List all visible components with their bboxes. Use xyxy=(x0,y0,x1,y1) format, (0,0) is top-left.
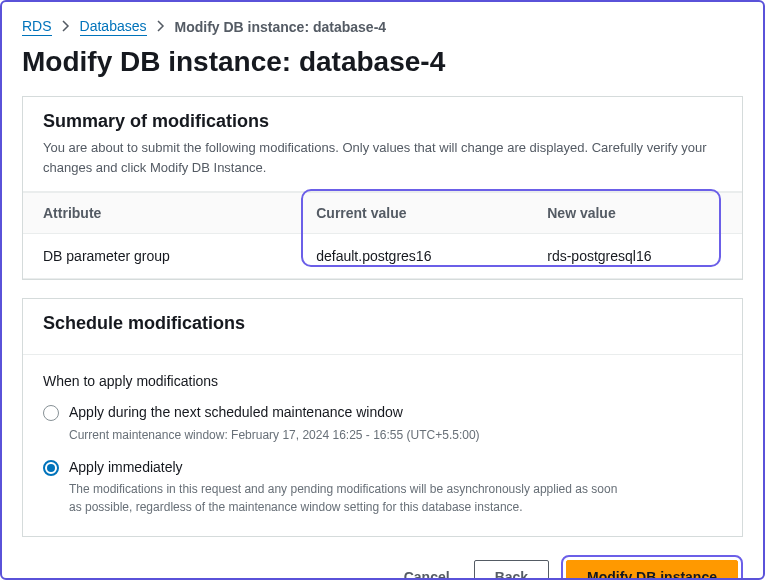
summary-panel: Summary of modifications You are about t… xyxy=(22,96,743,280)
breadcrumb-databases[interactable]: Databases xyxy=(80,18,147,36)
breadcrumb: RDS Databases Modify DB instance: databa… xyxy=(22,18,743,36)
modify-db-instance-button[interactable]: Modify DB instance xyxy=(566,560,738,580)
radio-label: Apply immediately xyxy=(69,458,629,478)
breadcrumb-root[interactable]: RDS xyxy=(22,18,52,36)
radio-option-maintenance[interactable]: Apply during the next scheduled maintena… xyxy=(43,403,722,444)
schedule-title: Schedule modifications xyxy=(43,313,722,334)
cell-attribute: DB parameter group xyxy=(23,234,296,279)
modifications-table: Attribute Current value New value DB par… xyxy=(23,192,742,279)
button-row: Cancel Back Modify DB instance xyxy=(22,555,743,580)
table-row: DB parameter group default.postgres16 rd… xyxy=(23,234,742,279)
col-current: Current value xyxy=(296,193,527,234)
back-button[interactable]: Back xyxy=(474,560,549,580)
submit-highlight: Modify DB instance xyxy=(561,555,743,580)
radio-icon xyxy=(43,405,59,421)
summary-title: Summary of modifications xyxy=(43,111,722,132)
col-attribute: Attribute xyxy=(23,193,296,234)
schedule-panel: Schedule modifications When to apply mod… xyxy=(22,298,743,537)
radio-label: Apply during the next scheduled maintena… xyxy=(69,403,480,423)
radio-desc: Current maintenance window: February 17,… xyxy=(69,426,480,444)
cell-current: default.postgres16 xyxy=(296,234,527,279)
schedule-legend: When to apply modifications xyxy=(43,373,722,389)
breadcrumb-current: Modify DB instance: database-4 xyxy=(175,19,387,35)
cancel-button[interactable]: Cancel xyxy=(392,561,462,580)
radio-desc: The modifications in this request and an… xyxy=(69,480,629,516)
summary-desc: You are about to submit the following mo… xyxy=(43,138,722,177)
col-new: New value xyxy=(527,193,742,234)
radio-icon xyxy=(43,460,59,476)
page-title: Modify DB instance: database-4 xyxy=(22,46,743,78)
chevron-right-icon xyxy=(157,20,165,35)
radio-option-immediate[interactable]: Apply immediately The modifications in t… xyxy=(43,458,722,517)
chevron-right-icon xyxy=(62,20,70,35)
cell-new: rds-postgresql16 xyxy=(527,234,742,279)
